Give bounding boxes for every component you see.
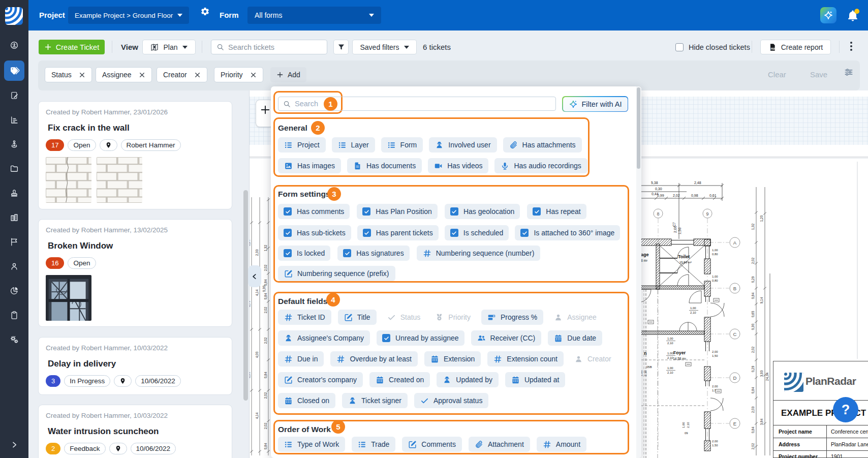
svg-text:2,02: 2,02 <box>264 307 267 313</box>
svg-text:1,00: 1,00 <box>712 275 718 278</box>
svg-text:2,00: 2,00 <box>712 385 718 388</box>
svg-text:2,10: 2,10 <box>687 422 690 428</box>
svg-text:0,80: 0,80 <box>712 253 718 256</box>
svg-text:4,00: 4,00 <box>255 351 259 358</box>
svg-text:05B: 05B <box>646 365 652 369</box>
svg-text:4,14: 4,14 <box>255 289 259 296</box>
svg-text:0,84: 0,84 <box>264 293 267 299</box>
svg-text:0,84: 0,84 <box>751 292 755 299</box>
svg-text:15,51 m²: 15,51 m² <box>679 261 692 264</box>
svg-text:0,65: 0,65 <box>751 311 755 317</box>
svg-text:2,33: 2,33 <box>255 249 259 256</box>
svg-text:8: 8 <box>657 211 659 217</box>
svg-text:1,50: 1,50 <box>712 354 718 357</box>
svg-text:B: B <box>733 286 736 291</box>
svg-text:2,00: 2,00 <box>673 226 677 233</box>
svg-text:1,00: 1,00 <box>667 337 673 340</box>
svg-text:Toilet: Toilet <box>678 254 690 259</box>
svg-text:2,10: 2,10 <box>667 342 673 345</box>
svg-text:0,84: 0,84 <box>751 387 755 393</box>
svg-text:1,32: 1,32 <box>751 223 755 230</box>
svg-text:2,02: 2,02 <box>264 392 267 399</box>
svg-text:0,30: 0,30 <box>262 285 266 292</box>
svg-text:0,29: 0,29 <box>751 365 755 372</box>
svg-text:8 m²: 8 m² <box>641 259 648 262</box>
svg-text:2,02: 2,02 <box>264 337 267 344</box>
svg-text:3,00: 3,00 <box>250 372 251 378</box>
svg-text:E: E <box>733 421 736 426</box>
svg-text:0,98: 0,98 <box>691 194 698 197</box>
svg-text:PDF: PDF <box>770 48 775 50</box>
svg-text:0,80: 0,80 <box>712 279 718 282</box>
svg-text:A: A <box>733 240 737 246</box>
svg-text:2,03: 2,03 <box>751 406 755 413</box>
svg-text:1,00: 1,00 <box>712 249 718 252</box>
svg-text:3,70: 3,70 <box>250 300 251 307</box>
svg-text:0,29: 0,29 <box>751 276 755 283</box>
svg-text:0,34: 0,34 <box>250 239 251 246</box>
svg-text:14,58 m²: 14,58 m² <box>673 357 686 360</box>
svg-text:2,00: 2,00 <box>712 350 718 353</box>
svg-text:3,84: 3,84 <box>760 418 763 425</box>
svg-text:2,10: 2,10 <box>667 371 673 374</box>
svg-text:1,00: 1,00 <box>667 367 673 370</box>
svg-text:n: n <box>644 351 647 356</box>
svg-text:2,02: 2,02 <box>751 346 755 353</box>
svg-text:2,02: 2,02 <box>264 264 267 271</box>
svg-text:1,50: 1,50 <box>712 444 718 447</box>
svg-text:2,10: 2,10 <box>690 311 696 314</box>
svg-text:1,00: 1,00 <box>682 422 685 428</box>
svg-text:age: age <box>641 252 649 257</box>
svg-text:0,84: 0,84 <box>264 279 267 286</box>
svg-text:0,61: 0,61 <box>709 194 717 197</box>
svg-text:9,14: 9,14 <box>760 297 763 303</box>
svg-text:2,02: 2,02 <box>751 257 755 264</box>
svg-text:1,20: 1,20 <box>760 215 763 222</box>
svg-text:3,93: 3,93 <box>760 370 763 377</box>
svg-text:1,00: 1,00 <box>690 307 696 310</box>
svg-text:1,50: 1,50 <box>678 227 681 234</box>
svg-text:0,30: 0,30 <box>655 187 662 191</box>
svg-text:5,38: 5,38 <box>651 181 658 185</box>
svg-text:1,00: 1,00 <box>667 352 673 355</box>
svg-text:2,02: 2,02 <box>751 443 755 449</box>
svg-text:0,99: 0,99 <box>657 194 664 197</box>
svg-text:2,02: 2,02 <box>264 422 267 429</box>
svg-text:2,00: 2,00 <box>712 440 718 443</box>
svg-text:09: 09 <box>685 432 688 435</box>
svg-text:24,34: 24,34 <box>765 372 769 381</box>
svg-text:2,10: 2,10 <box>667 356 673 359</box>
svg-text:2,02: 2,02 <box>673 194 680 197</box>
svg-text:4,14: 4,14 <box>255 412 259 419</box>
svg-text:2,10: 2,10 <box>644 370 647 376</box>
svg-text:9: 9 <box>706 211 708 217</box>
svg-text:0,30: 0,30 <box>751 323 755 330</box>
svg-text:1,32: 1,32 <box>264 245 267 251</box>
svg-text:0,84: 0,84 <box>751 426 755 433</box>
svg-text:C: C <box>733 331 737 337</box>
svg-text:0,84: 0,84 <box>264 372 267 378</box>
svg-text:2,48: 2,48 <box>694 181 701 185</box>
svg-text:Foyer: Foyer <box>673 350 686 355</box>
svg-text:0,84: 0,84 <box>264 443 267 449</box>
svg-text:D: D <box>733 375 737 381</box>
